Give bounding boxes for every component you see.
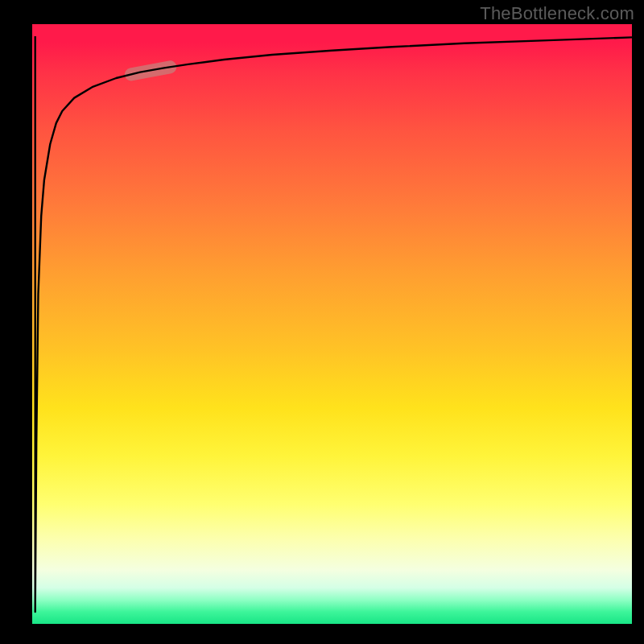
- curve-svg: [32, 24, 632, 624]
- watermark-text: TheBottleneck.com: [480, 3, 634, 24]
- chart-frame: TheBottleneck.com: [0, 0, 644, 644]
- curve-line: [35, 36, 632, 612]
- plot-area: [32, 24, 632, 624]
